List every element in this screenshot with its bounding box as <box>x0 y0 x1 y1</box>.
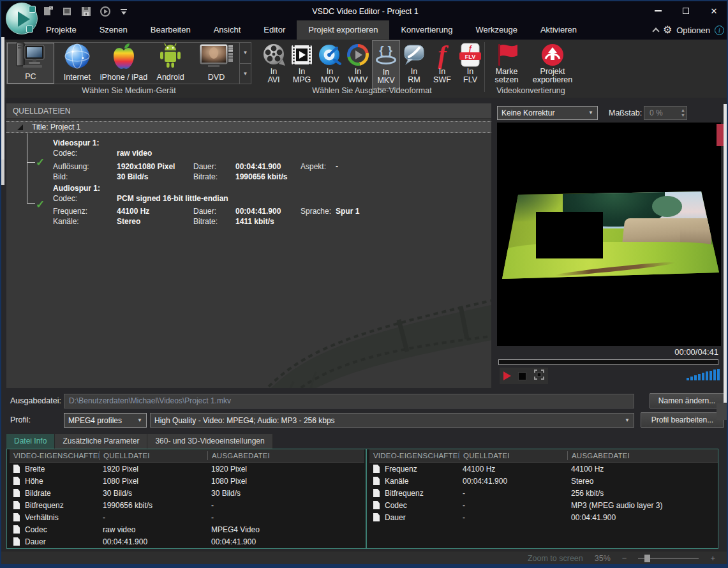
video-fps-row: Bild:30 Bild/s Bitrate:1990656 kbit/s <box>53 172 380 181</box>
table-row[interactable]: Bildrate30 Bild/s30 Bild/s <box>10 487 364 499</box>
device-dvd[interactable]: DVD <box>193 43 239 84</box>
open-project-icon[interactable] <box>63 7 72 17</box>
format-avi[interactable]: In AVI <box>260 40 288 89</box>
minimize-button[interactable] <box>644 1 672 20</box>
close-button[interactable]: ✕ <box>700 1 728 20</box>
menu-projekte[interactable]: Projekte <box>34 20 88 40</box>
save-icon[interactable] <box>82 7 91 17</box>
logo-badge-bottom <box>26 26 33 33</box>
device-group-arrows: ▼ ▼ <box>239 43 251 84</box>
device-android[interactable]: Android <box>147 43 193 84</box>
table-row[interactable]: Frequenz44100 Hz44100 Hz <box>369 463 718 475</box>
menu-szenen[interactable]: Szenen <box>88 20 139 40</box>
table-row[interactable]: Dauer-00:04:41.900 <box>369 511 718 523</box>
project-tree-row[interactable]: Title: Project 1 <box>6 121 491 133</box>
qat-customize-icon[interactable] <box>120 8 128 15</box>
table-row[interactable]: Dauer00:04:41.90000:04:41.900 <box>10 535 364 548</box>
tree-expand-icon[interactable] <box>17 124 23 130</box>
profile-label: Profil: <box>10 415 31 424</box>
play-preview-icon[interactable] <box>100 6 110 17</box>
options-button[interactable]: Optionen <box>676 26 710 35</box>
tab-datei-info[interactable]: Datei Info <box>6 434 55 449</box>
project-title: Title: Project 1 <box>32 123 80 131</box>
scene-trees-light <box>652 196 683 217</box>
profile-dropdown[interactable]: High Quality - Video: MPEG4; Audio: MP3 … <box>150 413 634 428</box>
table-row[interactable]: Bitfrequenz-256 kbit/s <box>369 487 718 499</box>
profile-group-dropdown[interactable]: MPEG4 profiles ▼ <box>64 413 147 428</box>
menu-projekt-exportieren[interactable]: Projekt exportieren <box>297 20 389 40</box>
format-rm[interactable]: In RM <box>400 40 428 89</box>
menu-bearbeiten[interactable]: Bearbeiten <box>139 20 202 40</box>
maximize-button[interactable] <box>672 1 700 20</box>
new-project-icon[interactable] <box>43 6 53 17</box>
export-project-button[interactable]: Projekt exportieren <box>528 40 577 84</box>
format-swf[interactable]: f In SWF <box>428 40 456 89</box>
audio-channels-row: Kanäle:Stereo Bitrate:1411 kbit/s <box>53 217 380 226</box>
format-wmv[interactable]: In WMV <box>344 40 372 89</box>
gear-icon[interactable]: ⚙ <box>663 25 672 35</box>
format-group-caption: Wählen Sie Ausgabe-Videoformat <box>260 86 484 95</box>
format-mkv[interactable]: { } In MKV <box>372 40 400 89</box>
tab-360-3d[interactable]: 360- und 3D-Videoeinstellungen <box>147 434 272 449</box>
menu-ansicht[interactable]: Ansicht <box>202 20 253 40</box>
window-controls: ✕ <box>644 1 728 20</box>
output-file-field[interactable]: D:\Benutzerdaten\Michael\Videos\Project … <box>64 394 634 408</box>
video-viewport[interactable] <box>497 123 721 346</box>
tab-zusaetzliche-parameter[interactable]: Zusätzliche Parameter <box>55 434 147 449</box>
collapse-ribbon-icon[interactable] <box>652 27 659 34</box>
zoom-out-button[interactable]: − <box>622 553 627 563</box>
fullscreen-button[interactable] <box>534 370 544 382</box>
table-row[interactable]: Codecraw videoMPEG4 Video <box>10 523 364 535</box>
device-scroll-up-button[interactable]: ▼ <box>240 43 251 64</box>
device-internet[interactable]: Internet <box>54 43 100 84</box>
format-flv[interactable]: f FLV In FLV <box>456 40 484 89</box>
zoom-to-screen-label[interactable]: Zoom to screen <box>528 554 583 563</box>
table-row[interactable]: Verhältnis-- <box>10 511 364 523</box>
device-iphone-ipad[interactable]: iPhone / iPad <box>100 43 147 84</box>
correction-dropdown[interactable]: Keine Korrektur ▼ <box>497 106 598 120</box>
table-header: VIDEO-EIGENSCHAFTENQUELLDATEIAUSGABEDATE… <box>10 449 364 463</box>
flv-file-icon: f FLV <box>459 42 481 68</box>
format-mov[interactable]: In MOV <box>316 40 344 89</box>
format-mpg[interactable]: In MPG <box>288 40 316 89</box>
app-logo[interactable] <box>6 3 38 34</box>
menu-editor[interactable]: Editor <box>252 20 297 40</box>
zoom-slider-handle[interactable] <box>644 555 650 562</box>
table-row[interactable]: Bitfrequenz1990656 kbit/s- <box>10 499 364 511</box>
table-row[interactable]: Breite1920 Pixel1920 Pixel <box>10 463 364 475</box>
play-button[interactable] <box>503 371 511 380</box>
table-row[interactable]: Codec-MP3 (MPEG audio layer 3) <box>369 499 718 511</box>
export-icon <box>540 42 565 68</box>
zoom-slider[interactable] <box>638 558 699 559</box>
realmedia-icon <box>402 42 426 68</box>
format-group: In AVI In MPG <box>260 40 484 89</box>
set-mark-button[interactable]: Marke setzen <box>488 40 525 84</box>
scale-spinner[interactable]: 0 % ▲▼ <box>644 106 687 120</box>
page-icon <box>13 501 20 509</box>
menu-konvertierung[interactable]: Konvertierung <box>389 20 464 40</box>
convert-group-caption: Videokonvertierung <box>484 86 577 95</box>
table-header: VIDEO-EIGENSCHAFTENQUELLDATEIAUSGABEDATE… <box>369 449 718 463</box>
audio-properties-table: VIDEO-EIGENSCHAFTENQUELLDATEIAUSGABEDATE… <box>369 449 718 548</box>
page-icon <box>13 537 20 546</box>
menu-werkzeuge[interactable]: Werkzeuge <box>464 20 529 40</box>
logo-play-icon <box>18 11 30 27</box>
table-row[interactable]: Höhe1080 Pixel1080 Pixel <box>10 475 364 487</box>
spinner-arrows-icon[interactable]: ▲▼ <box>681 107 685 119</box>
rename-button[interactable]: Namen ändern... <box>650 393 724 408</box>
collapsed-left-panel-strip[interactable] <box>1 37 4 185</box>
page-icon <box>13 489 20 497</box>
device-scroll-down-button[interactable]: ▼ <box>240 64 251 84</box>
seek-bar[interactable] <box>498 359 718 365</box>
right-strip-buttons[interactable] <box>717 403 728 420</box>
stop-button[interactable] <box>518 372 526 380</box>
video-ok-icon: ✓ <box>36 156 45 169</box>
collapsed-right-panel-strip[interactable] <box>724 104 728 403</box>
info-icon[interactable]: i <box>715 26 724 35</box>
edit-profile-button[interactable]: Profil bearbeiten... <box>641 412 724 428</box>
table-row[interactable]: Kanäle00:04:41.900Stereo <box>369 475 718 487</box>
device-pc[interactable]: PC <box>7 43 54 84</box>
volume-bars[interactable] <box>687 369 720 380</box>
zoom-in-button[interactable]: + <box>710 553 715 563</box>
menu-aktivieren[interactable]: Aktivieren <box>529 20 588 40</box>
